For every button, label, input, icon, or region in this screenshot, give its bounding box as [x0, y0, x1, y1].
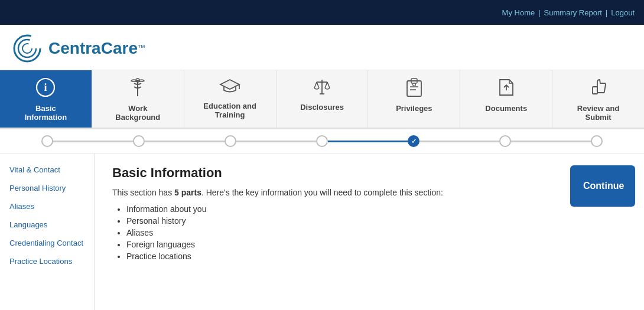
- sidebar-item-credentialing-contact[interactable]: Credentialing Contact: [0, 234, 94, 252]
- svg-text:i: i: [44, 81, 47, 93]
- progress-dot-5: [408, 135, 419, 147]
- description-end: . Here's the key information you will ne…: [201, 188, 443, 197]
- content-area: Basic Information This section has 5 par…: [95, 154, 561, 310]
- header: CentraCare™: [0, 25, 644, 70]
- bullet-list: Information about you Personal history A…: [112, 204, 544, 261]
- progress-dot-3: [225, 135, 236, 147]
- step-privileges[interactable]: Privileges: [368, 70, 460, 128]
- svg-line-11: [314, 82, 317, 88]
- svg-point-1: [18, 40, 36, 57]
- my-home-link[interactable]: My Home: [502, 8, 535, 17]
- page-title: Basic Information: [112, 165, 544, 181]
- logo-container: CentraCare™: [12, 33, 145, 64]
- progress-dot-2: [133, 135, 145, 147]
- step-education-training-label: Education andTraining: [203, 102, 256, 119]
- progress-line-2-3: [145, 141, 225, 142]
- progress-bar: [0, 129, 644, 154]
- separator-1: |: [538, 8, 540, 17]
- progress-dot-7: [591, 135, 603, 147]
- svg-marker-7: [220, 80, 239, 89]
- step-review-submit[interactable]: Review andSubmit: [552, 70, 644, 128]
- bullet-item-1: Information about you: [126, 204, 544, 214]
- sidebar-item-vital-contact[interactable]: Vital & Contact: [0, 161, 94, 179]
- bullet-item-2: Personal history: [126, 216, 544, 226]
- sidebar-item-personal-history[interactable]: Personal History: [0, 179, 94, 197]
- progress-dot-4: [316, 135, 328, 147]
- step-disclosures[interactable]: Disclosures: [277, 70, 369, 128]
- steps-bar: i BasicInformation WorkBackground: [0, 70, 644, 129]
- top-bar: My Home | Summary Report | Logout: [0, 0, 644, 25]
- thumbs-up-icon: [589, 77, 608, 100]
- step-basic-information-label: BasicInformation: [25, 104, 67, 122]
- progress-line-5-6: [419, 141, 499, 142]
- svg-point-2: [22, 44, 32, 53]
- balance-scale-icon: [312, 77, 332, 99]
- bullet-item-5: Practice locations: [126, 252, 544, 261]
- progress-line-4-5: [328, 141, 408, 142]
- brand-name: CentraCare™: [48, 39, 145, 58]
- progress-line-3-4: [236, 141, 316, 142]
- info-icon: i: [35, 77, 56, 100]
- step-review-submit-label: Review andSubmit: [577, 104, 620, 122]
- step-work-background-label: WorkBackground: [115, 104, 160, 122]
- step-privileges-label: Privileges: [396, 104, 432, 113]
- sidebar-item-practice-locations[interactable]: Practice Locations: [0, 252, 94, 270]
- progress-line-1-2: [53, 141, 133, 142]
- continue-button[interactable]: Continue: [570, 165, 635, 207]
- progress-line-6-7: [511, 141, 591, 142]
- separator-2: |: [606, 8, 607, 17]
- step-education-training[interactable]: Education andTraining: [184, 70, 277, 128]
- svg-line-12: [317, 82, 319, 88]
- step-basic-information[interactable]: i BasicInformation: [0, 70, 92, 128]
- id-badge-icon: [405, 77, 423, 100]
- summary-report-link[interactable]: Summary Report: [544, 8, 602, 17]
- svg-rect-22: [593, 87, 597, 94]
- step-documents[interactable]: Documents: [460, 70, 552, 128]
- logout-link[interactable]: Logout: [611, 8, 635, 17]
- main-content: Vital & Contact Personal History Aliases…: [0, 154, 644, 310]
- svg-line-14: [327, 82, 330, 88]
- caduceus-icon: [128, 77, 147, 100]
- sidebar-item-languages[interactable]: Languages: [0, 216, 94, 234]
- step-disclosures-label: Disclosures: [300, 103, 344, 112]
- description-intro: This section has: [112, 188, 174, 197]
- step-work-background[interactable]: WorkBackground: [92, 70, 184, 128]
- bullet-item-4: Foreign languages: [126, 240, 544, 249]
- upload-document-icon: [497, 77, 515, 100]
- graduation-cap-icon: [219, 77, 240, 98]
- centracare-logo-icon: [12, 33, 43, 64]
- description-bold: 5 parts: [174, 188, 201, 197]
- action-area: Continue: [561, 154, 644, 310]
- step-documents-label: Documents: [485, 104, 527, 113]
- content-description: This section has 5 parts. Here's the key…: [112, 188, 544, 197]
- sidebar-item-aliases[interactable]: Aliases: [0, 197, 94, 216]
- sidebar: Vital & Contact Personal History Aliases…: [0, 154, 95, 310]
- svg-line-13: [325, 82, 327, 88]
- bullet-item-3: Aliases: [126, 228, 544, 237]
- progress-dot-6: [499, 135, 511, 147]
- progress-dot-1: [41, 135, 53, 147]
